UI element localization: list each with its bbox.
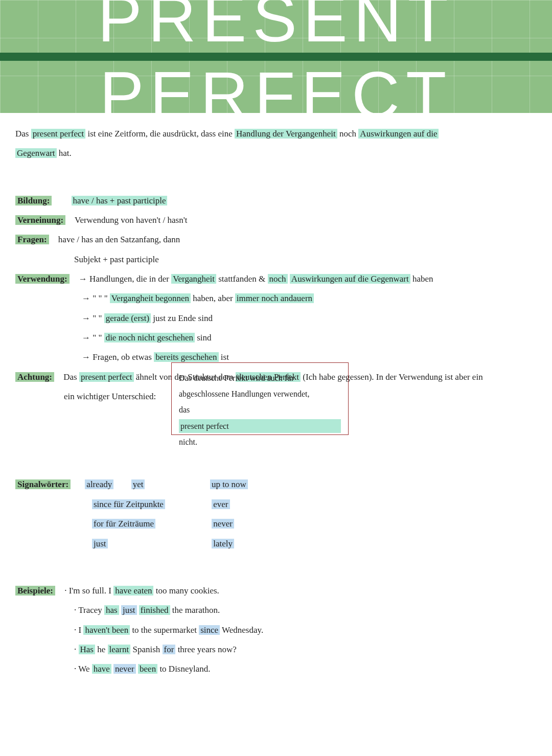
- text: three years now?: [178, 645, 237, 654]
- hl: present perfect: [79, 372, 134, 382]
- intro-line-2: Gegenwart hat.: [15, 147, 537, 160]
- verwendung-4: → " " die noch nicht geschehen sind: [82, 331, 537, 345]
- text: → " ": [82, 333, 102, 342]
- text: Subjekt + past participle: [74, 255, 159, 264]
- text: ist eine Zeitform, die ausdrückt, dass e…: [87, 129, 232, 139]
- hl: immer noch andauern: [235, 293, 314, 303]
- fragen-2: Subjekt + past participle: [74, 253, 537, 266]
- fragen: Fragen: have / has an den Satzanfang, da…: [15, 233, 537, 246]
- signal-row-1: Signalwörter: already yet up to now: [15, 478, 537, 491]
- hl: Handlung der Vergangenheit: [235, 129, 337, 139]
- text: just zu Ende sind: [153, 313, 213, 323]
- banner: PRESENT PERFECT: [0, 0, 552, 113]
- hl: never: [113, 664, 136, 674]
- hl: just: [121, 605, 137, 615]
- hl: since: [199, 625, 220, 635]
- text: haben: [412, 274, 433, 284]
- signal-row-4: just lately: [15, 537, 537, 551]
- text: → " ": [82, 313, 102, 323]
- verwendung-3: → " " gerade (erst) just zu Ende sind: [82, 312, 537, 325]
- section-label: Achtung:: [15, 372, 54, 382]
- hl: Auswirkungen auf die: [358, 129, 439, 139]
- signal-word: lately: [212, 539, 234, 548]
- verwendung-1: Verwendung: → Handlungen, die in der Ver…: [15, 272, 537, 286]
- signal-word: yet: [131, 479, 145, 489]
- hl: Vergangheit: [171, 274, 216, 284]
- hl: Vergangheit begonnen: [110, 293, 191, 303]
- text: too many cookies.: [156, 586, 219, 595]
- hl: have eaten: [113, 586, 153, 595]
- signal-word: since für Zeitpunkte: [92, 499, 165, 509]
- text: · We: [74, 664, 89, 674]
- text: abgeschlossene Handlungen verwendet,: [179, 387, 341, 401]
- beispiel-3: · I haven't been to the supermarket sinc…: [74, 624, 537, 637]
- text: → Handlungen, die in der: [79, 274, 169, 284]
- hl: noch: [268, 274, 288, 284]
- beispiel-4: · Has he learnt Spanish for three years …: [74, 643, 537, 656]
- text: Das: [63, 372, 77, 382]
- section-label: Verwendung:: [15, 274, 70, 284]
- text: das present perfect nicht.: [179, 403, 341, 449]
- warning-box: Das deutsche Perfekt wird auch für abges…: [171, 362, 349, 435]
- text: Das deutsche Perfekt wird auch für: [179, 371, 341, 385]
- text: the marathon.: [172, 605, 220, 615]
- text: das: [179, 403, 341, 417]
- text: he: [97, 645, 105, 654]
- hl: present perfect: [31, 129, 86, 139]
- hl: gerade (erst): [104, 313, 151, 323]
- text: Verwendung von haven't / hasn't: [75, 215, 187, 225]
- text: have / has an den Satzanfang, dann: [58, 235, 180, 244]
- section-label: Signalwörter:: [15, 479, 71, 489]
- text: Das: [15, 129, 29, 139]
- signal-word: just: [92, 539, 108, 548]
- text: to the supermarket: [132, 625, 197, 635]
- text: · I'm so full. I: [64, 586, 111, 595]
- text: · I: [74, 625, 81, 635]
- text: ·: [74, 645, 76, 654]
- text: Spanish: [132, 645, 160, 654]
- text: ein wichtiger Unterschied:: [64, 392, 156, 401]
- hl: for: [163, 645, 176, 654]
- hl: bereits geschehen: [154, 352, 218, 362]
- verneinung: Verneinung: Verwendung von haven't / has…: [15, 214, 537, 227]
- signal-word: for für Zeiträume: [92, 519, 155, 529]
- hl: Auswirkungen auf die Gegenwart: [290, 274, 410, 284]
- hl: Has: [79, 645, 95, 654]
- beispiel-2: · Tracey has just finished the marathon.: [74, 604, 537, 617]
- signal-word: ever: [212, 499, 229, 509]
- section-label: Bildung:: [15, 196, 52, 205]
- text: sind: [197, 333, 211, 342]
- section-label: Beispiele:: [15, 586, 55, 595]
- hl: Gegenwart: [15, 148, 57, 158]
- section-label: Verneinung:: [15, 215, 65, 225]
- hl: have: [92, 664, 111, 674]
- beispiel-1: Beispiele: · I'm so full. I have eaten t…: [15, 584, 537, 598]
- hl: has: [104, 605, 119, 615]
- text: ist: [221, 352, 229, 362]
- hl: been: [138, 664, 157, 674]
- hl: have / has + past participle: [72, 196, 168, 205]
- text: to Disneyland.: [159, 664, 210, 674]
- hl: die noch nicht geschehen: [104, 333, 195, 342]
- hl: learnt: [108, 645, 131, 654]
- text: haben, aber: [193, 293, 233, 303]
- signal-row-3: for für Zeiträume never: [15, 517, 537, 531]
- hl: haven't been: [83, 625, 130, 635]
- hl: finished: [139, 605, 170, 615]
- text: → " " ": [82, 293, 108, 303]
- beispiel-5: · We have never been to Disneyland.: [74, 662, 537, 676]
- text: nicht.: [179, 435, 341, 449]
- hl: present perfect: [179, 419, 341, 433]
- signal-word: already: [85, 479, 113, 489]
- bildung: Bildung: have / has + past participle: [15, 194, 537, 208]
- signal-row-2: since für Zeitpunkte ever: [15, 498, 537, 511]
- text: → Fragen, ob etwas: [82, 352, 152, 362]
- section-label: Fragen:: [15, 235, 49, 244]
- page-title: PRESENT PERFECT: [0, 0, 552, 113]
- verwendung-2: → " " " Vergangheit begonnen haben, aber…: [82, 292, 537, 305]
- signal-word: up to now: [210, 479, 248, 489]
- text: · Tracey: [74, 605, 102, 615]
- text: hat.: [59, 148, 72, 158]
- text: noch: [339, 129, 356, 139]
- text: stattfanden &: [218, 274, 265, 284]
